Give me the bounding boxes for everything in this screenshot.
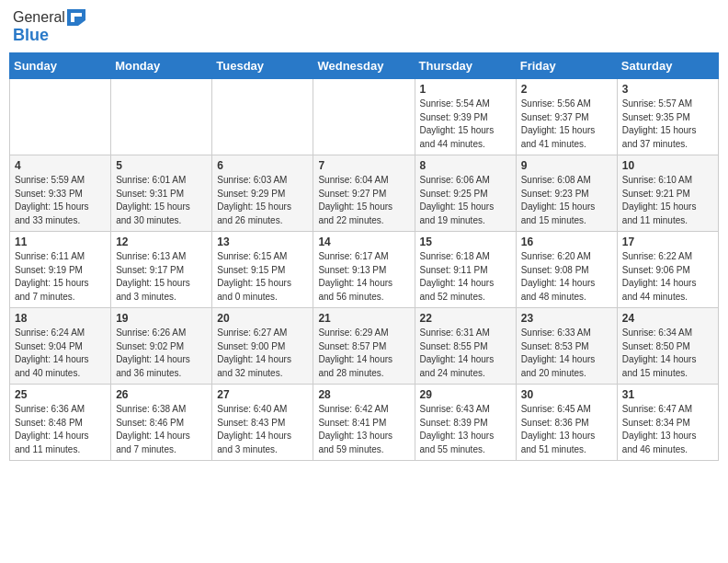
day-info: Sunrise: 6:22 AM Sunset: 9:06 PM Dayligh…: [622, 250, 713, 304]
calendar-cell: 25Sunrise: 6:36 AM Sunset: 8:48 PM Dayli…: [10, 385, 111, 461]
day-number: 5: [116, 159, 207, 172]
day-info: Sunrise: 6:03 AM Sunset: 9:29 PM Dayligh…: [217, 174, 308, 227]
calendar-cell: 22Sunrise: 6:31 AM Sunset: 8:55 PM Dayli…: [415, 308, 516, 385]
day-info: Sunrise: 6:36 AM Sunset: 8:48 PM Dayligh…: [15, 403, 106, 456]
calendar-cell: 1Sunrise: 5:54 AM Sunset: 9:39 PM Daylig…: [415, 79, 516, 155]
day-info: Sunrise: 6:01 AM Sunset: 9:31 PM Dayligh…: [116, 174, 207, 227]
day-number: 17: [622, 236, 713, 248]
day-info: Sunrise: 6:11 AM Sunset: 9:19 PM Dayligh…: [15, 250, 106, 304]
day-number: 21: [318, 312, 409, 325]
day-number: 25: [15, 388, 106, 401]
calendar-cell: 20Sunrise: 6:27 AM Sunset: 9:00 PM Dayli…: [212, 308, 313, 385]
calendar-cell: [212, 79, 313, 155]
day-info: Sunrise: 6:20 AM Sunset: 9:08 PM Dayligh…: [521, 250, 612, 304]
column-header-tuesday: Tuesday: [212, 53, 313, 79]
day-number: 16: [521, 236, 612, 248]
column-header-saturday: Saturday: [617, 53, 718, 79]
header-row: SundayMondayTuesdayWednesdayThursdayFrid…: [10, 53, 719, 79]
day-number: 7: [318, 159, 409, 172]
day-info: Sunrise: 6:08 AM Sunset: 9:23 PM Dayligh…: [521, 174, 612, 227]
day-number: 15: [420, 236, 511, 248]
day-info: Sunrise: 6:31 AM Sunset: 8:55 PM Dayligh…: [420, 327, 511, 380]
day-number: 1: [420, 83, 511, 96]
day-number: 23: [521, 312, 612, 325]
day-info: Sunrise: 6:24 AM Sunset: 9:04 PM Dayligh…: [15, 327, 106, 380]
day-info: Sunrise: 6:06 AM Sunset: 9:25 PM Dayligh…: [420, 174, 511, 227]
day-info: Sunrise: 6:13 AM Sunset: 9:17 PM Dayligh…: [116, 250, 207, 304]
day-info: Sunrise: 6:29 AM Sunset: 8:57 PM Dayligh…: [318, 327, 409, 380]
day-info: Sunrise: 6:40 AM Sunset: 8:43 PM Dayligh…: [217, 403, 308, 456]
day-number: 3: [622, 83, 713, 96]
calendar-cell: 7Sunrise: 6:04 AM Sunset: 9:27 PM Daylig…: [313, 155, 415, 232]
day-number: 29: [420, 388, 511, 401]
calendar-cell: 23Sunrise: 6:33 AM Sunset: 8:53 PM Dayli…: [516, 308, 617, 385]
day-info: Sunrise: 6:10 AM Sunset: 9:21 PM Dayligh…: [622, 174, 713, 227]
day-info: Sunrise: 5:54 AM Sunset: 9:39 PM Dayligh…: [420, 98, 511, 151]
day-number: 20: [217, 312, 308, 325]
logo-icon: [65, 9, 85, 26]
page-header: General Blue: [9, 9, 719, 45]
calendar-cell: 9Sunrise: 6:08 AM Sunset: 9:23 PM Daylig…: [516, 155, 617, 232]
calendar-cell: 17Sunrise: 6:22 AM Sunset: 9:06 PM Dayli…: [617, 232, 718, 308]
day-info: Sunrise: 6:42 AM Sunset: 8:41 PM Dayligh…: [318, 403, 409, 456]
svg-marker-0: [67, 9, 85, 26]
calendar-cell: 19Sunrise: 6:26 AM Sunset: 9:02 PM Dayli…: [111, 308, 212, 385]
calendar-cell: 13Sunrise: 6:15 AM Sunset: 9:15 PM Dayli…: [212, 232, 313, 308]
calendar-cell: 10Sunrise: 6:10 AM Sunset: 9:21 PM Dayli…: [617, 155, 718, 232]
calendar-week-1: 1Sunrise: 5:54 AM Sunset: 9:39 PM Daylig…: [10, 79, 719, 155]
day-info: Sunrise: 6:18 AM Sunset: 9:11 PM Dayligh…: [420, 250, 511, 304]
day-number: 8: [420, 159, 511, 172]
calendar-cell: 6Sunrise: 6:03 AM Sunset: 9:29 PM Daylig…: [212, 155, 313, 232]
calendar-cell: 31Sunrise: 6:47 AM Sunset: 8:34 PM Dayli…: [617, 385, 718, 461]
calendar-cell: 24Sunrise: 6:34 AM Sunset: 8:50 PM Dayli…: [617, 308, 718, 385]
calendar-week-4: 18Sunrise: 6:24 AM Sunset: 9:04 PM Dayli…: [10, 308, 719, 385]
day-info: Sunrise: 6:38 AM Sunset: 8:46 PM Dayligh…: [116, 403, 207, 456]
day-number: 18: [15, 312, 106, 325]
calendar-cell: 14Sunrise: 6:17 AM Sunset: 9:13 PM Dayli…: [313, 232, 415, 308]
day-number: 26: [116, 388, 207, 401]
calendar-cell: 26Sunrise: 6:38 AM Sunset: 8:46 PM Dayli…: [111, 385, 212, 461]
day-number: 19: [116, 312, 207, 325]
day-number: 14: [318, 236, 409, 248]
day-info: Sunrise: 5:59 AM Sunset: 9:33 PM Dayligh…: [15, 174, 106, 227]
day-number: 9: [521, 159, 612, 172]
calendar-week-3: 11Sunrise: 6:11 AM Sunset: 9:19 PM Dayli…: [10, 232, 719, 308]
day-info: Sunrise: 6:17 AM Sunset: 9:13 PM Dayligh…: [318, 250, 409, 304]
day-info: Sunrise: 6:15 AM Sunset: 9:15 PM Dayligh…: [217, 250, 308, 304]
column-header-monday: Monday: [111, 53, 212, 79]
column-header-sunday: Sunday: [10, 53, 111, 79]
calendar-cell: 30Sunrise: 6:45 AM Sunset: 8:36 PM Dayli…: [516, 385, 617, 461]
logo: General Blue: [13, 9, 85, 45]
calendar-table: SundayMondayTuesdayWednesdayThursdayFrid…: [9, 52, 719, 461]
calendar-cell: 3Sunrise: 5:57 AM Sunset: 9:35 PM Daylig…: [617, 79, 718, 155]
calendar-cell: 29Sunrise: 6:43 AM Sunset: 8:39 PM Dayli…: [415, 385, 516, 461]
calendar-cell: 8Sunrise: 6:06 AM Sunset: 9:25 PM Daylig…: [415, 155, 516, 232]
day-number: 27: [217, 388, 308, 401]
day-info: Sunrise: 6:47 AM Sunset: 8:34 PM Dayligh…: [622, 403, 713, 456]
calendar-cell: 2Sunrise: 5:56 AM Sunset: 9:37 PM Daylig…: [516, 79, 617, 155]
calendar-cell: [111, 79, 212, 155]
day-info: Sunrise: 5:57 AM Sunset: 9:35 PM Dayligh…: [622, 98, 713, 151]
calendar-cell: 12Sunrise: 6:13 AM Sunset: 9:17 PM Dayli…: [111, 232, 212, 308]
logo-general-text: General: [13, 9, 65, 26]
day-number: 10: [622, 159, 713, 172]
column-header-thursday: Thursday: [415, 53, 516, 79]
column-header-friday: Friday: [516, 53, 617, 79]
calendar-week-5: 25Sunrise: 6:36 AM Sunset: 8:48 PM Dayli…: [10, 385, 719, 461]
calendar-cell: 4Sunrise: 5:59 AM Sunset: 9:33 PM Daylig…: [10, 155, 111, 232]
day-info: Sunrise: 5:56 AM Sunset: 9:37 PM Dayligh…: [521, 98, 612, 151]
calendar-cell: 21Sunrise: 6:29 AM Sunset: 8:57 PM Dayli…: [313, 308, 415, 385]
calendar-cell: 28Sunrise: 6:42 AM Sunset: 8:41 PM Dayli…: [313, 385, 415, 461]
day-info: Sunrise: 6:45 AM Sunset: 8:36 PM Dayligh…: [521, 403, 612, 456]
day-number: 31: [622, 388, 713, 401]
day-info: Sunrise: 6:33 AM Sunset: 8:53 PM Dayligh…: [521, 327, 612, 380]
day-number: 30: [521, 388, 612, 401]
column-header-wednesday: Wednesday: [313, 53, 415, 79]
day-number: 12: [116, 236, 207, 248]
calendar-cell: 27Sunrise: 6:40 AM Sunset: 8:43 PM Dayli…: [212, 385, 313, 461]
day-number: 22: [420, 312, 511, 325]
day-number: 13: [217, 236, 308, 248]
day-info: Sunrise: 6:43 AM Sunset: 8:39 PM Dayligh…: [420, 403, 511, 456]
calendar-cell: [10, 79, 111, 155]
day-number: 11: [15, 236, 106, 248]
